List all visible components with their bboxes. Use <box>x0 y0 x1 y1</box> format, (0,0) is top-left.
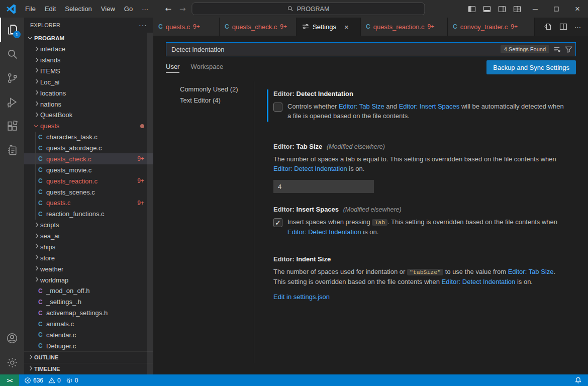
tree-item-quests-scenes[interactable]: Cquests_scenes.c <box>24 186 153 198</box>
tab-settings[interactable]: Settings × <box>297 18 361 36</box>
tree-item-debuger[interactable]: CDebuger.c <box>24 340 153 351</box>
command-center-search[interactable]: PROGRAM <box>192 3 425 15</box>
ports-status[interactable]: 0 <box>66 377 78 384</box>
tree-item-activemap-settings[interactable]: Cactivemap_settings.h <box>24 308 153 319</box>
detect-indentation-checkbox[interactable] <box>273 103 282 112</box>
setting-link-detect-indentation[interactable]: Editor: Detect Indentation <box>273 165 347 172</box>
more-actions-icon[interactable]: ··· <box>574 23 581 31</box>
tree-item-nations[interactable]: nations <box>24 99 153 110</box>
backup-sync-button[interactable]: Backup and Sync Settings <box>486 60 576 74</box>
tree-item-sea-ai[interactable]: sea_ai <box>24 231 153 242</box>
menu-selection[interactable]: Selection <box>61 3 95 15</box>
layout-sidebar-icon[interactable] <box>464 0 479 18</box>
remote-indicator[interactable]: >< <box>0 374 19 386</box>
search-activity-button[interactable] <box>0 42 24 66</box>
tree-item-quests[interactable]: quests <box>24 121 153 132</box>
filter-icon[interactable] <box>565 46 572 53</box>
menu-go[interactable]: Go <box>120 3 137 15</box>
tree-item-questbook[interactable]: QuestBook <box>24 110 153 121</box>
source-control-activity-button[interactable] <box>0 66 24 90</box>
setting-link-tab-size[interactable]: Editor: Tab Size <box>508 268 554 275</box>
menu-file[interactable]: File <box>21 3 40 15</box>
tree-item-islands[interactable]: islands <box>24 55 153 66</box>
forward-arrow-icon[interactable]: → <box>177 5 188 14</box>
run-debug-activity-button[interactable] <box>0 90 24 114</box>
menu-edit[interactable]: Edit <box>41 3 60 15</box>
setting-link-insert-spaces[interactable]: Editor: Insert Spaces <box>399 103 460 110</box>
tree-item-quests-abordage[interactable]: Cquests_abordage.c <box>24 143 153 154</box>
tree-item-animals[interactable]: Canimals.c <box>24 319 153 330</box>
menu-view[interactable]: View <box>97 3 119 15</box>
close-icon[interactable]: × <box>567 0 588 18</box>
tree-item-interface[interactable]: interface <box>24 44 153 55</box>
notebook-activity-button[interactable] <box>0 138 24 162</box>
tree-root-program[interactable]: PROGRAM <box>24 33 153 44</box>
vscode-logo-icon <box>5 3 17 15</box>
tree-item-ships[interactable]: ships <box>24 241 153 252</box>
setting-link-detect-indentation[interactable]: Editor: Detect Indentation <box>442 278 516 285</box>
menu-more[interactable]: ··· <box>138 3 152 15</box>
notifications-bell-icon[interactable] <box>574 376 582 384</box>
tree-item-weather[interactable]: weather <box>24 263 153 274</box>
split-editor-icon[interactable] <box>559 23 567 31</box>
tree-item-quests-movie[interactable]: Cquests_movie.c <box>24 164 153 175</box>
problems-badge: 9+ <box>137 155 144 162</box>
tree-item-quests-c[interactable]: Cquests.c9+ <box>24 198 153 209</box>
setting-link-tab-size[interactable]: Editor: Tab Size <box>339 103 384 110</box>
setting-title: Editor: Tab Size (Modified elsewhere) <box>273 142 575 151</box>
tab-size-input[interactable]: 4 <box>273 180 374 193</box>
tree-item-mod-on-off[interactable]: C_mod_on_off.h <box>24 285 153 297</box>
tree-item-store[interactable]: store <box>24 252 153 263</box>
outline-section-header[interactable]: OUTLINE <box>24 351 153 363</box>
settings-search-input[interactable]: Detect Indentation 4 Settings Found <box>166 42 576 56</box>
tree-item-loc-ai[interactable]: Loc_ai <box>24 76 153 87</box>
tab-convoy-traider-c[interactable]: C convoy_traider.c 9+ <box>448 18 535 36</box>
problems-badge: 9+ <box>280 23 287 30</box>
tab-quests-reaction-c[interactable]: C quests_reaction.c 9+ <box>361 18 448 36</box>
setting-link-detect-indentation[interactable]: Editor: Detect Indentation <box>287 228 361 236</box>
tree-item-calendar[interactable]: Ccalendar.c <box>24 329 153 340</box>
tab-close-icon[interactable]: × <box>344 23 349 31</box>
tab-quests-check-c[interactable]: C quests_check.c 9+ <box>220 18 297 36</box>
tree-item-locations[interactable]: locations <box>24 87 153 99</box>
layout-sidebar-right-icon[interactable] <box>495 0 510 18</box>
settings-scope-tabs: User Workspace <box>166 63 223 73</box>
tab-quests-c[interactable]: C quests.c 9+ <box>153 18 220 36</box>
tree-item-settings-h[interactable]: C_settings_.h <box>24 297 153 308</box>
tree-item-reaction-functions[interactable]: Creaction_functions.c <box>24 209 153 220</box>
tree-item-items[interactable]: ITEMS <box>24 65 153 76</box>
maximize-icon[interactable] <box>546 0 567 18</box>
tab-label: quests.c <box>166 23 190 31</box>
tree-item-scripts[interactable]: scripts <box>24 220 153 231</box>
scope-tab-workspace[interactable]: Workspace <box>190 63 223 73</box>
back-arrow-icon[interactable]: ← <box>163 5 173 14</box>
sidebar-scrollbar[interactable] <box>147 33 153 374</box>
chevron-right-icon <box>32 100 40 108</box>
layout-panel-icon[interactable] <box>479 0 495 18</box>
tree-label: nations <box>40 101 61 108</box>
problems-status[interactable]: 636 0 <box>24 377 61 384</box>
explorer-activity-button[interactable]: 1 <box>0 18 24 42</box>
toc-commonly-used[interactable]: Commonly Used (2) <box>180 85 238 93</box>
account-button[interactable] <box>0 326 24 350</box>
notebook-icon <box>6 144 19 157</box>
tree-label: quests_check.c <box>46 155 91 163</box>
clear-filters-icon[interactable] <box>553 46 561 53</box>
setting-title: Editor: Indent Size <box>273 255 575 264</box>
settings-gear-button[interactable] <box>0 350 24 374</box>
scope-tab-user[interactable]: User <box>166 63 179 73</box>
tree-item-quests-reaction[interactable]: Cquests_reaction.c9+ <box>24 175 153 186</box>
tree-item-worldmap[interactable]: worldmap <box>24 274 153 285</box>
extensions-activity-button[interactable] <box>0 114 24 138</box>
toc-text-editor[interactable]: Text Editor (4) <box>180 96 221 104</box>
edit-in-settings-json-link[interactable]: Edit in settings.json <box>273 293 575 301</box>
timeline-section-header[interactable]: TIMELINE <box>24 363 153 374</box>
tree-item-quests-check[interactable]: Cquests_check.c9+ <box>24 153 153 164</box>
tree-item-characters-task[interactable]: Ccharacters_task.c <box>24 132 153 143</box>
insert-spaces-checkbox[interactable]: ✓ <box>273 218 282 227</box>
explorer-more-actions-icon[interactable]: ··· <box>139 21 147 29</box>
minimize-icon[interactable]: ─ <box>525 0 546 18</box>
search-icon <box>287 6 294 12</box>
open-settings-json-icon[interactable] <box>544 23 552 31</box>
layout-customize-icon[interactable] <box>510 0 525 18</box>
